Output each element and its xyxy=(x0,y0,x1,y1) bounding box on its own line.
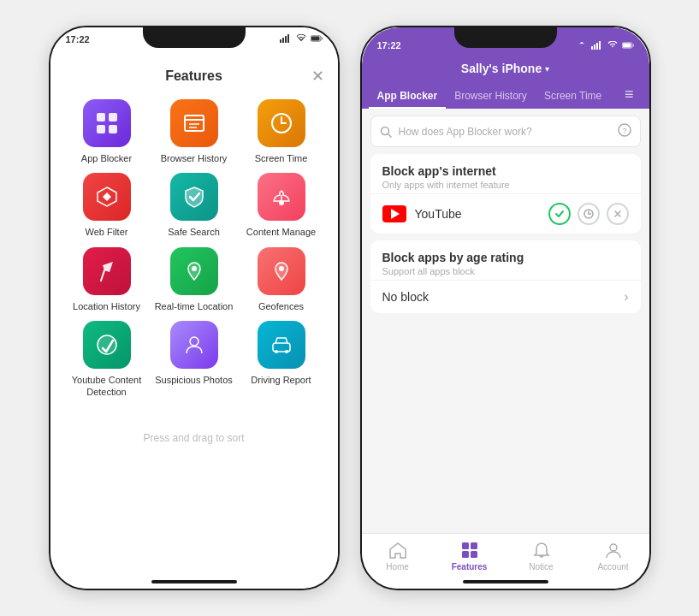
tab-bar: App Blocker Browser History Screen Time … xyxy=(362,79,649,109)
nav-home-label: Home xyxy=(386,562,409,572)
battery-icon-2 xyxy=(622,41,634,50)
youtube-app-name: YouTube xyxy=(415,207,540,221)
feature-web-filter[interactable]: Web Filter xyxy=(68,173,146,238)
device-title: Sally's iPhone xyxy=(461,62,542,75)
block-internet-subtitle: Only apps with internet feature xyxy=(382,180,629,190)
phone-1: 17:22 xyxy=(49,26,340,590)
content-manage-icon xyxy=(258,173,305,221)
feature-suspicious-photos[interactable]: Suspicious Photos xyxy=(155,321,234,399)
svg-point-19 xyxy=(279,266,284,271)
no-block-label: No block xyxy=(382,290,625,304)
location-history-label: Location History xyxy=(73,300,140,312)
svg-point-21 xyxy=(190,337,198,346)
svg-rect-9 xyxy=(109,125,117,133)
home-indicator-2 xyxy=(463,580,548,583)
svg-point-18 xyxy=(192,266,197,271)
block-internet-header: Block app's internet Only apps with inte… xyxy=(370,154,641,193)
screen-time-icon xyxy=(258,99,305,147)
browser-history-icon xyxy=(170,99,218,147)
tab-browser-history[interactable]: Browser History xyxy=(446,83,536,109)
action-time-button[interactable] xyxy=(578,203,600,225)
tab-screen-time[interactable]: Screen Time xyxy=(536,83,610,109)
svg-rect-1 xyxy=(282,38,284,43)
svg-rect-10 xyxy=(185,116,204,131)
home-icon xyxy=(388,541,407,560)
svg-rect-3 xyxy=(287,34,289,43)
feature-browser-history[interactable]: Browser History xyxy=(155,99,234,164)
feature-youtube-content[interactable]: Youtube Content Detection xyxy=(68,321,146,399)
feature-geofences[interactable]: Geofences xyxy=(242,247,321,312)
web-filter-icon xyxy=(83,173,131,221)
account-icon xyxy=(604,541,623,560)
status-time-1: 17:22 xyxy=(66,34,90,44)
nav-notice[interactable]: Notice xyxy=(516,541,567,572)
youtube-play-icon xyxy=(391,209,400,219)
youtube-content-icon xyxy=(83,321,131,369)
action-close-button[interactable] xyxy=(607,203,629,225)
svg-rect-7 xyxy=(109,113,117,121)
search-icon xyxy=(380,126,392,138)
driving-report-label: Driving Report xyxy=(251,374,311,386)
svg-rect-8 xyxy=(97,125,105,133)
feature-driving-report[interactable]: Driving Report xyxy=(242,321,321,399)
nav-account[interactable]: Account xyxy=(588,541,639,572)
youtube-app-row: YouTube xyxy=(370,193,641,234)
feature-realtime-location[interactable]: Real-time Location xyxy=(155,247,234,312)
feature-location-history[interactable]: Location History xyxy=(68,247,146,312)
safe-search-label: Safe Search xyxy=(168,226,220,238)
press-sort-hint: Press and drag to sort xyxy=(50,415,338,470)
svg-rect-30 xyxy=(622,43,631,47)
realtime-location-label: Real-time Location xyxy=(155,300,234,312)
close-button[interactable]: ✕ xyxy=(311,68,324,84)
svg-line-17 xyxy=(101,270,104,281)
wifi-icon-2 xyxy=(607,41,619,50)
feature-content-manage[interactable]: Content Manage xyxy=(242,173,321,238)
notch-1 xyxy=(143,27,246,48)
app-blocker-icon xyxy=(83,99,131,147)
nav-features-label: Features xyxy=(452,562,488,572)
feature-safe-search[interactable]: Safe Search xyxy=(155,173,234,238)
signal-icon xyxy=(280,34,292,43)
status-time-2: 17:22 xyxy=(377,40,401,50)
features-title: Features xyxy=(165,68,222,84)
search-placeholder: How does App Blocker work? xyxy=(399,126,611,138)
location-history-icon xyxy=(83,247,131,295)
block-age-title: Block apps by age rating xyxy=(382,251,629,264)
svg-point-24 xyxy=(285,350,288,353)
svg-rect-41 xyxy=(471,551,477,558)
svg-point-23 xyxy=(275,350,278,353)
phone-2-content: 17:22 xyxy=(362,27,649,589)
block-age-card: Block apps by age rating Support all app… xyxy=(370,240,641,313)
web-filter-label: Web Filter xyxy=(86,226,128,238)
status-icons-2 xyxy=(576,41,634,50)
nav-home[interactable]: Home xyxy=(372,541,424,572)
nav-features[interactable]: Features xyxy=(444,541,495,572)
svg-rect-0 xyxy=(280,39,281,43)
app-action-buttons xyxy=(548,203,629,225)
no-block-row[interactable]: No block › xyxy=(370,280,641,313)
svg-rect-26 xyxy=(594,44,595,50)
action-check-button[interactable] xyxy=(548,203,571,225)
block-age-subtitle: Support all apps block xyxy=(382,266,629,276)
device-title-row: Sally's iPhone ▾ xyxy=(362,56,649,79)
phone-2-inner: 17:22 xyxy=(362,27,649,589)
feature-screen-time[interactable]: Screen Time xyxy=(242,99,321,164)
screen-time-label: Screen Time xyxy=(255,152,308,164)
block-age-header: Block apps by age rating Support all app… xyxy=(370,240,641,280)
features-icon xyxy=(460,541,479,560)
tab-more-button[interactable]: ≡ xyxy=(616,79,643,109)
search-row[interactable]: How does App Blocker work? ? xyxy=(370,116,641,147)
svg-line-32 xyxy=(388,133,391,137)
notch-2 xyxy=(454,27,557,48)
wifi-icon xyxy=(295,34,307,43)
feature-app-blocker[interactable]: App Blocker xyxy=(68,99,146,164)
geofences-label: Geofences xyxy=(258,300,304,312)
dropdown-arrow[interactable]: ▾ xyxy=(545,64,549,74)
search-help-icon[interactable]: ? xyxy=(618,123,631,139)
tab-app-blocker[interactable]: App Blocker xyxy=(369,83,447,109)
block-internet-card: Block app's internet Only apps with inte… xyxy=(370,154,641,234)
suspicious-photos-label: Suspicious Photos xyxy=(155,374,233,386)
suspicious-photos-icon xyxy=(170,321,218,369)
svg-rect-25 xyxy=(591,46,593,50)
notice-icon xyxy=(532,541,551,560)
